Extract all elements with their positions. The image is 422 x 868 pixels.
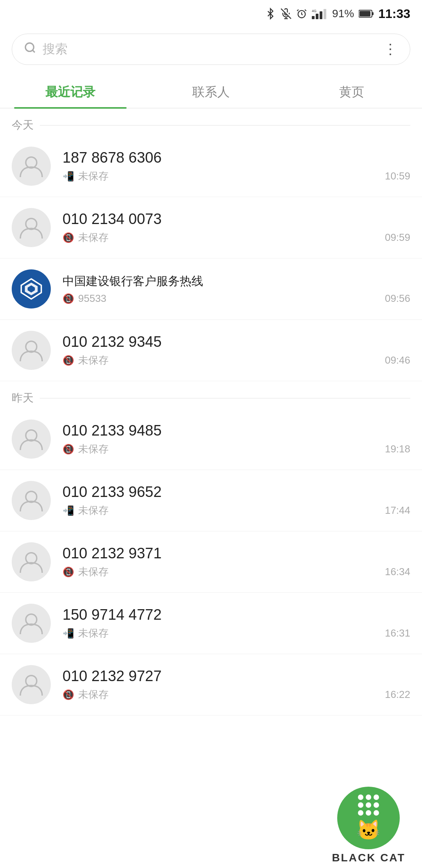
svg-point-24 xyxy=(26,614,37,625)
call-item[interactable]: 中国建设银行客户服务热线 📵 95533 09:56 xyxy=(0,258,422,320)
black-cat-label: BLACK CAT xyxy=(332,852,405,864)
battery-percent: 91% xyxy=(332,7,354,20)
svg-point-25 xyxy=(26,676,37,687)
section-divider xyxy=(40,125,410,126)
section-header-today: 今天 xyxy=(0,108,422,136)
call-info: 010 2133 9652 📲 未保存 17:44 xyxy=(63,484,410,517)
status-time: 11:33 xyxy=(378,7,410,21)
call-number: 010 2132 9371 xyxy=(63,545,410,562)
call-number: 010 2133 9485 xyxy=(63,422,410,439)
search-bar[interactable]: 搜索 ⋮ xyxy=(12,34,410,65)
status-bar: 4G 91% 11:33 xyxy=(0,0,422,27)
svg-point-12 xyxy=(25,43,34,51)
avatar xyxy=(12,542,51,581)
svg-rect-5 xyxy=(316,14,318,19)
avatar xyxy=(12,331,51,370)
call-info: 中国建设银行客户服务热线 📵 95533 09:56 xyxy=(63,273,410,305)
section-divider xyxy=(40,398,410,398)
call-meta: 📵 未保存 19:18 xyxy=(63,442,410,456)
svg-rect-6 xyxy=(320,11,322,19)
call-info: 187 8678 6306 📲 未保存 10:59 xyxy=(63,149,410,183)
call-number: 010 2134 0073 xyxy=(63,211,410,228)
call-meta: 📵 未保存 09:59 xyxy=(63,231,410,244)
call-time: 09:46 xyxy=(385,354,410,366)
call-item[interactable]: 010 2132 9727 📵 未保存 16:22 xyxy=(0,654,422,716)
call-meta: 📵 未保存 16:22 xyxy=(63,688,410,701)
tab-contacts[interactable]: 联系人 xyxy=(141,74,281,108)
avatar xyxy=(12,147,51,186)
call-item[interactable]: 150 9714 4772 📲 未保存 16:31 xyxy=(0,593,422,654)
call-item[interactable]: 010 2133 9485 📵 未保存 19:18 xyxy=(0,409,422,470)
call-time: 16:31 xyxy=(385,627,410,639)
call-meta: 📵 95533 09:56 xyxy=(63,292,410,305)
call-time: 17:44 xyxy=(385,504,410,516)
call-meta: 📲 未保存 16:31 xyxy=(63,626,410,640)
call-type-icon: 📵 xyxy=(63,355,74,366)
section-label-yesterday: 昨天 xyxy=(12,391,34,405)
dots-grid xyxy=(358,794,379,816)
call-item[interactable]: 010 2132 9371 📵 未保存 16:34 xyxy=(0,531,422,593)
more-options-icon[interactable]: ⋮ xyxy=(383,41,398,57)
call-saved-label: 未保存 xyxy=(78,626,109,640)
avatar xyxy=(12,665,51,704)
call-item[interactable]: 010 2133 9652 📲 未保存 17:44 xyxy=(0,470,422,531)
tab-bar: 最近记录 联系人 黄页 xyxy=(0,74,422,108)
svg-rect-11 xyxy=(359,11,370,16)
call-time: 09:56 xyxy=(385,292,410,305)
call-number: 150 9714 4772 xyxy=(63,606,410,623)
call-meta: 📵 未保存 09:46 xyxy=(63,353,410,367)
call-info: 150 9714 4772 📲 未保存 16:31 xyxy=(63,606,410,640)
call-meta: 📲 未保存 17:44 xyxy=(63,504,410,517)
call-item[interactable]: 010 2132 9345 📵 未保存 09:46 xyxy=(0,320,422,381)
svg-point-23 xyxy=(26,553,37,564)
black-cat-overlay[interactable]: 🐱 BLACK CAT xyxy=(315,790,422,868)
svg-rect-4 xyxy=(312,16,315,19)
call-saved-label: 未保存 xyxy=(78,688,109,701)
status-icons: 4G 91% 11:33 xyxy=(265,7,410,21)
battery-icon xyxy=(359,9,374,18)
call-saved-label: 未保存 xyxy=(78,231,109,244)
call-info: 010 2133 9485 📵 未保存 19:18 xyxy=(63,422,410,456)
avatar xyxy=(12,604,51,643)
bluetooth-icon xyxy=(265,7,276,20)
call-number: 187 8678 6306 xyxy=(63,149,410,166)
call-saved-label: 95533 xyxy=(78,292,106,305)
signal-icon: 4G xyxy=(312,7,327,20)
call-saved-label: 未保存 xyxy=(78,504,109,517)
svg-point-22 xyxy=(26,491,37,502)
call-type-icon: 📵 xyxy=(63,444,74,455)
call-saved-label: 未保存 xyxy=(78,442,109,456)
call-info: 010 2134 0073 📵 未保存 09:59 xyxy=(63,211,410,244)
tab-recent[interactable]: 最近记录 xyxy=(0,74,141,108)
svg-text:4G: 4G xyxy=(312,9,316,13)
call-type-icon: 📵 xyxy=(63,293,74,304)
call-type-icon: 📲 xyxy=(63,505,74,516)
search-icon xyxy=(24,41,36,57)
svg-point-15 xyxy=(26,219,37,230)
search-placeholder: 搜索 xyxy=(43,41,383,58)
call-time: 16:22 xyxy=(385,689,410,701)
call-item[interactable]: 187 8678 6306 📲 未保存 10:59 xyxy=(0,136,422,197)
avatar xyxy=(12,420,51,459)
call-time: 10:59 xyxy=(385,170,410,182)
call-time: 16:34 xyxy=(385,566,410,578)
svg-line-13 xyxy=(32,50,35,52)
call-type-icon: 📲 xyxy=(63,628,74,639)
call-time: 09:59 xyxy=(385,231,410,244)
call-number: 010 2132 9727 xyxy=(63,668,410,685)
svg-rect-10 xyxy=(372,12,374,15)
tab-yellowpages[interactable]: 黄页 xyxy=(281,74,422,108)
call-info: 010 2132 9345 📵 未保存 09:46 xyxy=(63,334,410,367)
call-list-today: 今天 187 8678 6306 📲 未保存 10:59 xyxy=(0,108,422,381)
svg-point-21 xyxy=(26,430,37,441)
section-header-yesterday: 昨天 xyxy=(0,381,422,409)
cat-icon: 🐱 xyxy=(356,819,381,841)
avatar-bank xyxy=(12,269,51,308)
call-saved-label: 未保存 xyxy=(78,169,109,183)
avatar xyxy=(12,481,51,520)
black-cat-button[interactable]: 🐱 xyxy=(337,787,400,849)
call-type-icon: 📵 xyxy=(63,567,74,577)
call-item[interactable]: 010 2134 0073 📵 未保存 09:59 xyxy=(0,197,422,258)
call-saved-label: 未保存 xyxy=(78,353,109,367)
alarm-icon xyxy=(296,7,307,20)
